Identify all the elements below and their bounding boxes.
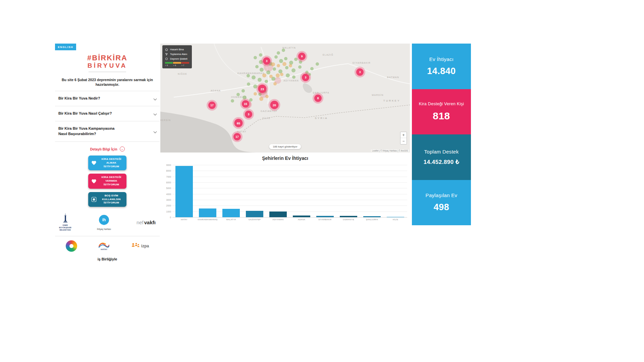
map-attribution: Leaflet | © İhtiyaç Haritası | © ArcGIS (371, 149, 409, 152)
nef-vakfi-logo[interactable]: nef vakfı (137, 220, 156, 225)
y-axis-tick: 6000 (161, 181, 171, 184)
stat-card-paylasilan-ev: Paylaşılan Ev 498 (412, 180, 471, 226)
green-point-marker[interactable] (241, 89, 245, 93)
green-point-marker[interactable] (259, 53, 262, 57)
green-point-marker[interactable] (231, 99, 234, 103)
accordion-item-how-it-works[interactable]: Bir Kira Bir Yuva Nasıl Çalışır? (55, 106, 160, 121)
cluster-marker[interactable]: 65 (234, 119, 243, 127)
orange-point-marker[interactable] (282, 62, 286, 66)
orange-point-marker[interactable] (262, 73, 266, 77)
cluster-marker[interactable]: 8 (314, 95, 322, 102)
green-point-marker[interactable] (291, 68, 296, 72)
green-point-marker[interactable] (299, 60, 302, 64)
orange-point-marker[interactable] (254, 92, 257, 96)
cluster-marker[interactable]: 17 (208, 102, 216, 109)
partner-logos-bottom: HATAY izpa (55, 240, 160, 252)
green-point-marker[interactable] (247, 74, 250, 77)
green-point-marker[interactable] (260, 68, 264, 72)
y-axis-tick: 5000 (161, 187, 171, 189)
orange-point-marker[interactable] (265, 95, 269, 98)
share-empty-home-button[interactable]: BOŞ EVİM KULLANILSIN İSTİYORUM (88, 192, 126, 207)
cluster-marker[interactable]: 3 (302, 74, 309, 81)
chart-gridline (172, 177, 407, 177)
give-rent-support-button[interactable]: KİRA DESTEĞİ VERMEK İSTİYORUM (88, 174, 126, 188)
detail-info-label: Detaylı Bilgi İçin (90, 147, 117, 151)
green-point-marker[interactable] (284, 57, 287, 60)
logo-line2: BİRYUVA (55, 62, 160, 69)
green-point-marker[interactable] (252, 75, 256, 79)
cluster-marker[interactable]: 3 (356, 68, 364, 76)
ihtiyac-haritasi-logo[interactable]: ih İhtiyaç haritası (97, 215, 111, 230)
green-point-marker[interactable] (277, 51, 280, 55)
green-point-marker[interactable] (285, 66, 288, 69)
legend-scale-segment: > 6 (173, 62, 181, 66)
green-point-marker[interactable] (292, 75, 296, 79)
cluster-marker[interactable]: 23 (258, 85, 267, 93)
chart-bar[interactable] (340, 216, 357, 217)
green-point-marker[interactable] (259, 60, 263, 64)
orange-point-marker[interactable] (277, 64, 280, 67)
green-point-marker[interactable] (258, 78, 262, 82)
green-point-marker[interactable] (282, 49, 285, 52)
y-axis-tick: 0 (161, 216, 171, 219)
stat-label: Kira Desteği Veren Kişi (419, 102, 464, 106)
green-point-marker[interactable] (310, 67, 314, 70)
green-point-marker[interactable] (255, 65, 259, 68)
cluster-marker[interactable]: 20 (270, 101, 279, 109)
green-point-marker[interactable] (253, 84, 257, 88)
izpa-logo[interactable]: izpa (131, 243, 149, 249)
green-point-marker[interactable] (279, 59, 283, 63)
y-axis-tick: 8000 (161, 170, 171, 172)
accordion-item-how-to-apply[interactable]: Bir Kira Bir Yuva Kampanyasına Nasıl Baş… (55, 121, 160, 141)
english-button[interactable]: ENGLISH (55, 44, 76, 50)
green-point-marker[interactable] (274, 55, 278, 59)
receive-rent-support-button[interactable]: KİRA DESTEĞİ ALMAK İSTİYORUM (88, 156, 126, 170)
orange-point-marker[interactable] (276, 73, 280, 77)
accordion-item-what-is[interactable]: Bir Kira Bir Yuva Nedir? (55, 91, 160, 106)
cluster-marker[interactable]: 17 (233, 133, 241, 140)
green-point-marker[interactable] (294, 58, 298, 61)
chart-bar[interactable] (175, 166, 193, 217)
green-point-marker[interactable] (249, 98, 253, 102)
green-point-marker[interactable] (273, 67, 276, 71)
chart-bar[interactable] (222, 209, 240, 217)
cluster-marker[interactable]: 9 (298, 53, 306, 60)
detail-info-link[interactable]: Detaylı Bilgi İçin → (55, 146, 160, 152)
izmir-municipality-logo[interactable]: İZMİR BÜYÜKŞEHİR BELEDİYESİ (59, 214, 71, 231)
green-point-marker[interactable] (254, 56, 257, 59)
zoom-out-button[interactable]: − (400, 138, 407, 144)
chart-bar[interactable] (199, 208, 216, 217)
green-point-marker[interactable] (286, 73, 290, 77)
chart-bar[interactable] (387, 217, 404, 217)
cluster-marker[interactable]: 15 (242, 100, 249, 108)
green-point-marker[interactable] (298, 65, 302, 69)
green-point-marker[interactable] (236, 93, 240, 96)
map-markers: 393323817152036517 (160, 44, 410, 153)
chart-bar[interactable] (293, 216, 310, 217)
chart-bar[interactable] (269, 212, 287, 217)
green-point-marker[interactable] (243, 96, 247, 100)
green-point-marker[interactable] (265, 80, 268, 83)
orange-point-marker[interactable] (259, 97, 263, 101)
green-point-marker[interactable] (316, 62, 319, 66)
stat-card-ev-ihtiyaci: Ev İhtiyacı 14.840 (412, 44, 471, 89)
green-point-marker[interactable] (258, 93, 262, 96)
cluster-marker[interactable]: 3 (245, 111, 252, 118)
green-point-marker[interactable] (247, 82, 250, 86)
orange-point-marker[interactable] (273, 82, 277, 85)
chart-bar[interactable] (363, 216, 381, 217)
stat-value: 14.452.890 ₺ (424, 159, 460, 166)
chart-bar[interactable] (316, 216, 334, 218)
orange-point-marker[interactable] (280, 73, 283, 76)
cluster-marker[interactable]: 3 (263, 57, 270, 65)
cta-buttons: KİRA DESTEĞİ ALMAK İSTİYORUM KİRA DESTEĞ… (55, 156, 160, 207)
orange-point-marker[interactable] (271, 62, 275, 66)
orange-point-marker[interactable] (289, 64, 292, 67)
emblem-logo[interactable] (66, 240, 77, 252)
zoom-in-button[interactable]: + (400, 132, 407, 138)
orange-point-marker[interactable] (269, 75, 273, 78)
chart-bar[interactable] (246, 211, 263, 217)
green-point-marker[interactable] (266, 70, 270, 74)
hatay-logo[interactable]: HATAY (98, 242, 110, 250)
map[interactable]: MALATYAELAZIĞDİYARBAKIRBATMANNİĞDEKAHRAM… (160, 44, 410, 153)
